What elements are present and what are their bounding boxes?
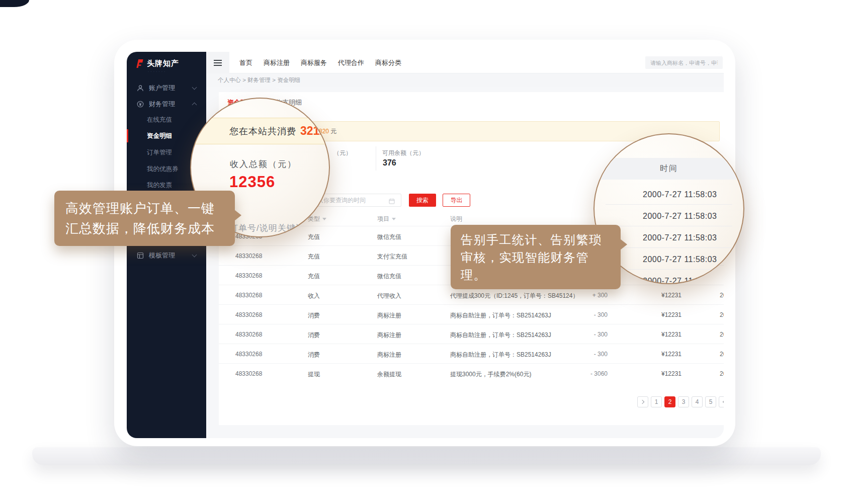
breadcrumb: 个人中心 > 财务管理 > 资金明细 bbox=[218, 76, 300, 84]
trademark-search-input[interactable] bbox=[645, 56, 723, 69]
magnified-time-cell: 2000-7-27 11:58:03 bbox=[643, 212, 717, 221]
sidebar-subitem-invoice[interactable]: 我的发票 bbox=[147, 179, 172, 191]
sidebar-item-label: 账户管理 bbox=[149, 83, 175, 93]
magnified-banner-text: 您在本站共消费 bbox=[229, 125, 296, 137]
magnified-banner: 您在本站共消费 32124 元 bbox=[190, 118, 330, 144]
nav-tab-trademark-register[interactable]: 商标注册 bbox=[264, 58, 290, 67]
logo-icon bbox=[135, 59, 144, 68]
table-row: 48330268 消费 商标注册 商标自助注册，订单号：SB2514263J -… bbox=[219, 344, 724, 363]
page-button-4[interactable]: 4 bbox=[692, 396, 703, 407]
available-balance-value: 376 bbox=[383, 158, 396, 167]
sidebar-item-template[interactable]: 模板管理 bbox=[127, 248, 206, 263]
sidebar-subitem-recharge[interactable]: 在线充值 bbox=[147, 114, 172, 126]
sidebar-subitem-orders[interactable]: 订单管理 bbox=[147, 146, 172, 158]
magnified-time-cell: 2000-7-27 11:58:03 bbox=[643, 233, 717, 242]
sidebar-item-account[interactable]: 账户管理 bbox=[127, 80, 206, 96]
next-page-button[interactable] bbox=[719, 396, 724, 407]
magnified-time-cell: 2000-7-27 11:58:03 bbox=[643, 190, 717, 199]
active-item-marker bbox=[127, 129, 128, 142]
page-button-1[interactable]: 1 bbox=[651, 396, 662, 407]
chevron-right-icon bbox=[723, 400, 724, 404]
stage: 头牌知产 ······· 账户管理 财务管理 bbox=[0, 0, 853, 504]
stat-label-fragment: （元） bbox=[333, 149, 352, 157]
menu-toggle-button[interactable] bbox=[206, 52, 229, 73]
subitem-label: 订单管理 bbox=[147, 148, 172, 157]
magnified-income-value: 12356 bbox=[229, 173, 275, 191]
table-row: 48330268 消费 商标注册 商标自助注册，订单号：SB2514263J -… bbox=[219, 304, 724, 324]
sidebar-subitem-coupons[interactable]: 我的优惠券 bbox=[147, 163, 179, 175]
magnified-time-header: 时间 bbox=[594, 158, 743, 180]
search-button[interactable]: 搜索 bbox=[409, 194, 436, 207]
logo-title: 头牌知产 bbox=[147, 59, 179, 68]
logo[interactable]: 头牌知产 bbox=[135, 59, 179, 68]
pagination: 1 2 3 4 5 bbox=[637, 396, 724, 407]
table-row: 48330268 消费 商标注册 商标自助注册，订单号：SB2514263J -… bbox=[219, 324, 724, 344]
template-icon bbox=[136, 251, 144, 260]
sidebar-item-finance[interactable]: 财务管理 bbox=[127, 97, 206, 112]
sort-caret-icon bbox=[322, 218, 326, 220]
laptop-base bbox=[32, 447, 821, 465]
calendar-icon bbox=[389, 197, 395, 206]
nav-tab-home[interactable]: 首页 bbox=[239, 58, 252, 67]
callout-left: 高效管理账户订单、一键汇总数据，降低财务成本 bbox=[54, 191, 235, 246]
breadcrumb-bar: 个人中心 > 财务管理 > 资金明细 bbox=[206, 73, 724, 87]
stat-divider bbox=[376, 146, 376, 171]
sidebar-subitem-funds-detail[interactable]: 资金明细 bbox=[147, 130, 172, 142]
nav-tabs: 首页 商标注册 商标服务 代理合作 商标分类 bbox=[239, 52, 401, 73]
subitem-label: 在线充值 bbox=[147, 116, 172, 124]
magnified-time-cell: 2000-7-27 11:58:03 bbox=[643, 255, 717, 264]
col-project[interactable]: 项目 bbox=[377, 215, 396, 223]
nav-tab-trademark-category[interactable]: 商标分类 bbox=[375, 58, 401, 67]
nav-tab-trademark-service[interactable]: 商标服务 bbox=[301, 58, 327, 67]
col-desc: 说明 bbox=[450, 215, 462, 223]
hamburger-icon bbox=[214, 60, 222, 61]
page-button-3[interactable]: 3 bbox=[678, 396, 689, 407]
export-button[interactable]: 导出 bbox=[443, 194, 470, 207]
cropped-corner-decoration bbox=[0, 0, 29, 7]
top-nav: 首页 商标注册 商标服务 代理合作 商标分类 bbox=[206, 52, 724, 73]
nav-tab-agency[interactable]: 代理合作 bbox=[338, 58, 364, 67]
subitem-label: 我的优惠券 bbox=[147, 165, 179, 174]
chevron-down-icon bbox=[192, 85, 197, 90]
page-button-2-active[interactable]: 2 bbox=[664, 396, 675, 407]
logo-tagline: ······· bbox=[148, 70, 166, 73]
chevron-up-icon bbox=[192, 103, 197, 108]
chevron-down-icon bbox=[192, 253, 197, 258]
subitem-label: 资金明细 bbox=[147, 132, 172, 140]
sidebar-item-label: 模板管理 bbox=[149, 251, 175, 260]
finance-icon bbox=[136, 100, 144, 108]
chevron-left-icon bbox=[640, 400, 644, 404]
prev-page-button[interactable] bbox=[637, 396, 648, 407]
callout-right: 告别手工统计、告别繁琐审核，实现智能财务管理。 bbox=[451, 225, 621, 289]
table-row: 48330268 提现 余额提现 提现3000元，手续费2%(60元) - 30… bbox=[219, 363, 724, 383]
page-button-5[interactable]: 5 bbox=[705, 396, 716, 407]
sidebar-item-label: 财务管理 bbox=[149, 100, 175, 109]
subitem-label: 我的发票 bbox=[147, 181, 172, 190]
sort-caret-icon bbox=[392, 218, 396, 220]
available-balance-label: 可用余额（元） bbox=[382, 149, 424, 157]
col-type[interactable]: 类型 bbox=[308, 215, 326, 223]
magnified-income-label: 收入总额（元） bbox=[230, 158, 297, 170]
user-icon bbox=[136, 84, 144, 92]
